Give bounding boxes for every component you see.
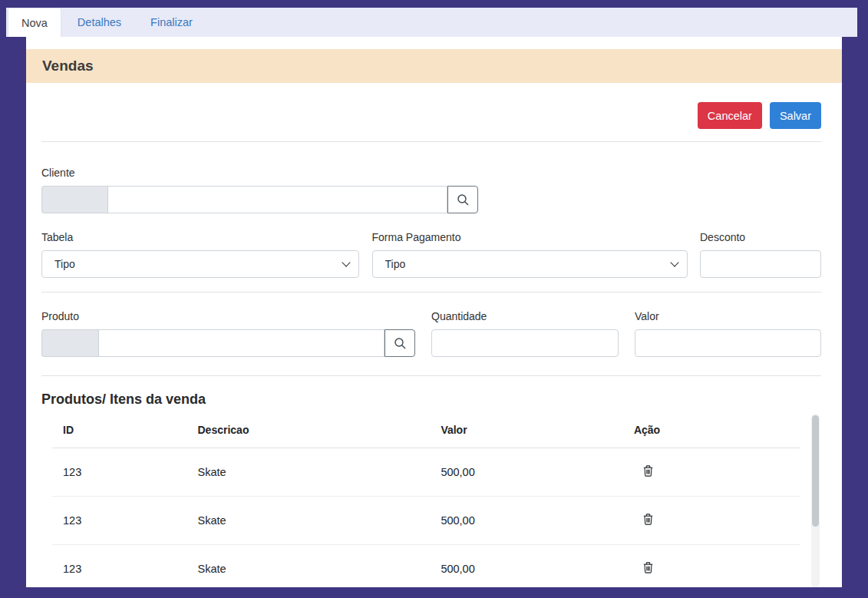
item-acao-cell	[623, 545, 800, 588]
save-button[interactable]: Salvar	[770, 102, 821, 129]
items-section-title: Produtos/ Itens da venda	[41, 392, 821, 408]
item-descricao: Skate	[187, 497, 431, 545]
scrollbar-track[interactable]	[811, 414, 820, 587]
cliente-name-field[interactable]	[107, 186, 447, 213]
produto-label: Produto	[41, 310, 415, 322]
table-row: 123 Skate 500,00	[52, 545, 800, 588]
trash-icon	[643, 514, 653, 525]
item-acao-cell	[623, 497, 800, 545]
cliente-search-button[interactable]	[447, 186, 478, 213]
items-table-container: ID Descricao Valor Ação 123 Skate 500,00	[41, 412, 821, 587]
page-title-bar: Vendas	[26, 49, 842, 83]
cancel-button[interactable]: Cancelar	[698, 102, 762, 129]
item-descricao: Skate	[187, 448, 431, 497]
trash-icon	[643, 562, 653, 573]
valor-field[interactable]	[635, 329, 821, 357]
valor-label: Valor	[635, 310, 821, 322]
items-table: ID Descricao Valor Ação 123 Skate 500,00	[52, 412, 800, 587]
delete-item-button[interactable]	[643, 562, 653, 573]
tabela-select[interactable]: Tipo	[41, 250, 359, 278]
main-panel: Vendas Cancelar Salvar Cliente	[26, 37, 842, 587]
col-header-acao: Ação	[623, 412, 800, 448]
produto-search-button[interactable]	[384, 329, 415, 357]
desconto-label: Desconto	[700, 231, 821, 243]
tab-nova[interactable]: Nova	[8, 8, 61, 37]
item-valor: 500,00	[430, 545, 623, 588]
tab-detalhes[interactable]: Detalhes	[64, 8, 134, 37]
table-header-row: ID Descricao Valor Ação	[52, 412, 800, 448]
table-row: 123 Skate 500,00	[52, 497, 800, 545]
desconto-field[interactable]	[700, 250, 821, 278]
item-id: 123	[52, 545, 187, 588]
item-acao-cell	[623, 448, 800, 497]
payment-row: Tabela Tipo Forma Pagamento Tipo	[41, 231, 821, 278]
produto-field-block: Produto	[41, 310, 415, 357]
action-buttons: Cancelar Salvar	[41, 102, 821, 129]
page-title: Vendas	[42, 58, 94, 74]
produto-input-group	[41, 329, 415, 357]
item-descricao: Skate	[187, 545, 431, 588]
cliente-label: Cliente	[41, 167, 821, 179]
items-table-body: 123 Skate 500,00 123 Skate 500,00	[52, 448, 800, 588]
cliente-input-group	[41, 186, 478, 213]
tabela-field-block: Tabela Tipo	[41, 231, 359, 278]
scrollbar-thumb[interactable]	[812, 415, 819, 527]
quantidade-label: Quantidade	[431, 310, 619, 322]
col-header-descricao: Descricao	[187, 412, 431, 448]
tabela-label: Tabela	[41, 231, 359, 243]
valor-field-block: Valor	[635, 310, 821, 357]
col-header-valor: Valor	[430, 412, 623, 448]
divider	[41, 375, 821, 376]
item-id: 123	[52, 448, 187, 497]
item-valor: 500,00	[430, 497, 623, 545]
delete-item-button[interactable]	[643, 465, 653, 477]
quantidade-field[interactable]	[431, 329, 619, 357]
cliente-code-field	[41, 186, 107, 213]
forma-pagamento-field-block: Forma Pagamento Tipo	[372, 231, 688, 278]
product-row: Produto Quantidade Valor	[41, 310, 821, 357]
table-row: 123 Skate 500,00	[52, 448, 800, 497]
divider	[41, 141, 821, 142]
tab-finalizar[interactable]: Finalizar	[137, 8, 206, 37]
col-header-id: ID	[52, 412, 187, 448]
divider	[41, 292, 821, 292]
trash-icon	[643, 465, 653, 477]
search-icon	[394, 337, 407, 350]
desconto-field-block: Desconto	[700, 231, 821, 278]
produto-name-field[interactable]	[98, 329, 384, 357]
form-content: Cancelar Salvar Cliente Tabela	[26, 102, 842, 587]
item-valor: 500,00	[430, 448, 623, 497]
cliente-field-block: Cliente	[41, 167, 821, 213]
quantidade-field-block: Quantidade	[431, 310, 619, 357]
produto-code-field	[41, 329, 98, 357]
tab-bar: Nova Detalhes Finalizar	[6, 8, 857, 37]
forma-pagamento-select[interactable]: Tipo	[372, 250, 688, 278]
forma-pagamento-label: Forma Pagamento	[372, 231, 688, 243]
item-id: 123	[52, 497, 187, 545]
search-icon	[457, 193, 470, 206]
delete-item-button[interactable]	[643, 514, 653, 525]
